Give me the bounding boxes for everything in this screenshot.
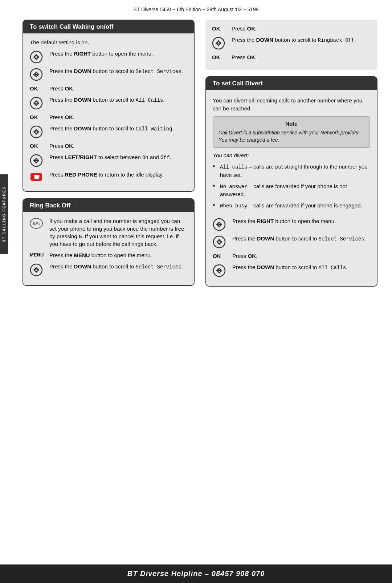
svg-marker-46: [221, 240, 222, 243]
svg-marker-45: [216, 240, 218, 243]
svg-marker-24: [38, 159, 39, 162]
call-waiting-title: To switch Call Waiting on/off: [23, 20, 194, 33]
you-can-divert: You can divert:: [213, 152, 370, 158]
cw-text-9: Press RED PHONE to return to the idle di…: [49, 171, 187, 178]
helpline-text: BT Diverse Helpline – 08457 908 070: [127, 570, 265, 578]
svg-marker-18: [33, 130, 35, 133]
rbo-ok-0: OK: [212, 25, 228, 32]
bullet-dot-0: •: [213, 163, 218, 171]
bullet-1: • No answer – calls are forwarded if you…: [213, 182, 370, 198]
cw-nav-icon-2: [30, 67, 46, 81]
call-waiting-section: To switch Call Waiting on/off The defaul…: [23, 20, 195, 192]
rbo-nav-icon-2: [30, 263, 46, 276]
cd-instruction-3: Press the DOWN button to scroll to All C…: [213, 263, 370, 277]
cd-nav-3: [213, 263, 229, 277]
bullet-2: • When busy – calls are forwarded if you…: [213, 202, 370, 210]
header-title: BT Diverse 5450 ~ 6th Edition ~ 29th Aug…: [133, 7, 258, 12]
note-text: Call Divert is a subscription service wi…: [219, 129, 364, 144]
ring-back-off-section: Ring Back Off 5JKL If you make a call an…: [23, 198, 195, 286]
rbo-cont-2: OK Press OK.: [212, 53, 371, 61]
rbo-instruction-1: MENU Press the MENU button to open the m…: [30, 251, 187, 259]
cw-instruction-6: Press the DOWN button to scroll to Call …: [30, 125, 187, 138]
ring-back-off-title: Ring Back Off: [23, 199, 194, 212]
side-tab: BT CALLING FEATURES: [0, 174, 8, 254]
svg-marker-35: [216, 42, 217, 45]
cw-phone-icon-9: ☎: [30, 171, 46, 182]
rbo-text-0: If you make a call and the number is eng…: [49, 217, 187, 248]
bullet-dot-2: •: [213, 202, 218, 210]
call-waiting-body: The default setting is on.: [23, 33, 194, 191]
note-title: Note: [219, 121, 364, 127]
svg-marker-4: [38, 56, 39, 58]
cd-nav-1: [213, 235, 229, 248]
rbo-cont-1: Press the DOWN button to scroll to Ringb…: [212, 36, 371, 50]
cw-instruction-3: OK Press OK.: [30, 85, 187, 92]
cw-nav-icon-1: [30, 50, 46, 64]
rbo-cont-text-1: Press the DOWN button to scroll to Ringb…: [232, 36, 371, 44]
svg-marker-19: [38, 130, 39, 133]
cd-text-3: Press the DOWN button to scroll to All C…: [232, 263, 370, 272]
cw-text-6: Press the DOWN button to scroll to Call …: [49, 125, 187, 133]
page-header: BT Diverse 5450 ~ 6th Edition ~ 29th Aug…: [0, 0, 392, 16]
cw-instruction-7: OK Press OK.: [30, 142, 187, 150]
bullet-0: • All calls – calls are put straight thr…: [213, 163, 370, 179]
cw-ok-5: OK: [30, 113, 46, 120]
svg-marker-31: [38, 268, 39, 271]
bullet-dot-1: •: [213, 182, 218, 190]
cw-instruction-5: OK Press OK.: [30, 113, 187, 121]
right-column: OK Press OK. Press the DOWN b: [205, 20, 377, 293]
cw-text-8: Press LEFT/RIGHT to select between On an…: [49, 153, 187, 162]
page: BT Diverse 5450 ~ 6th Edition ~ 29th Aug…: [0, 0, 392, 583]
cw-ok-7: OK: [30, 142, 46, 149]
bullet-text-2: When busy – calls are forwarded if your …: [220, 202, 362, 210]
cw-instruction-2: Press the DOWN button to scroll to Selec…: [30, 67, 187, 81]
call-divert-body: You can divert all incoming calls to ano…: [206, 90, 377, 286]
left-column: To switch Call Waiting on/off The defaul…: [23, 20, 195, 293]
rbo-instruction-0: 5JKL If you make a call and the number i…: [30, 217, 187, 248]
main-content: To switch Call Waiting on/off The defaul…: [8, 16, 392, 293]
cw-instruction-1: Press the RIGHT button to open the menu.: [30, 50, 187, 64]
cw-nav-icon-6: [30, 125, 46, 138]
svg-marker-30: [33, 268, 35, 271]
svg-marker-23: [33, 159, 35, 162]
cd-text-2: Press OK.: [232, 252, 370, 260]
cw-nav-icon-4: [30, 96, 46, 110]
cw-text-2: Press the DOWN button to scroll to Selec…: [49, 67, 187, 76]
cd-ok-2: OK: [213, 252, 229, 259]
svg-marker-8: [33, 73, 35, 76]
cd-instruction-1: Press the DOWN button to scroll to Selec…: [213, 235, 370, 248]
svg-marker-50: [216, 269, 218, 272]
rbo-ok-2: OK: [212, 53, 228, 60]
rbo-menu-label: MENU: [30, 251, 46, 258]
rbo-cont-nav-1: [212, 36, 228, 50]
cd-text-0: Press the RIGHT button to open the menu.: [232, 217, 370, 225]
svg-marker-9: [38, 73, 39, 76]
rbo-key5-icon: 5JKL: [30, 217, 46, 229]
svg-marker-36: [220, 42, 221, 45]
svg-marker-14: [38, 102, 39, 105]
divert-bullets: • All calls – calls are put straight thr…: [213, 161, 370, 217]
rbo-text-2: Press the DOWN button to scroll to Selec…: [49, 263, 187, 271]
svg-marker-51: [221, 269, 222, 272]
cw-text-4: Press the DOWN button to scroll to All C…: [49, 96, 187, 104]
note-box: Note Call Divert is a subscription servi…: [213, 116, 370, 148]
svg-marker-40: [216, 223, 218, 226]
cd-text-1: Press the DOWN button to scroll to Selec…: [232, 235, 370, 243]
cw-text-5: Press OK.: [49, 113, 187, 121]
rbo-instruction-2: Press the DOWN button to scroll to Selec…: [30, 263, 187, 276]
cd-nav-0: [213, 217, 229, 231]
call-divert-section: To set Call Divert You can divert all in…: [205, 76, 377, 287]
ringback-cont: OK Press OK. Press the DOWN b: [205, 20, 377, 70]
cd-instruction-2: OK Press OK.: [213, 252, 370, 260]
side-tab-label: BT CALLING FEATURES: [2, 186, 6, 242]
bullet-text-1: No answer – calls are forwarded if your …: [220, 182, 370, 198]
cw-instruction-4: Press the DOWN button to scroll to All C…: [30, 96, 187, 110]
cw-nav-icon-8: [30, 153, 46, 167]
rbo-cont-text-2: Press OK.: [232, 53, 371, 61]
cd-instruction-0: Press the RIGHT button to open the menu.: [213, 217, 370, 231]
rbo-cont-text-0: Press OK.: [232, 25, 371, 32]
cw-ok-3: OK: [30, 85, 46, 92]
svg-marker-3: [33, 56, 35, 58]
footer-bar: BT Diverse Helpline – 08457 908 070: [0, 564, 392, 583]
svg-text:☎: ☎: [33, 174, 40, 180]
